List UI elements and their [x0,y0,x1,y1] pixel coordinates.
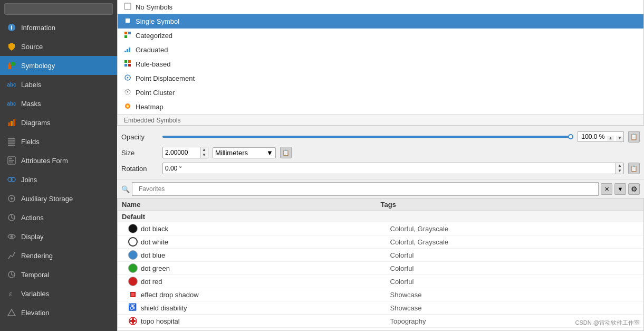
rotation-copy-button[interactable]: 📋 [628,163,640,174]
opacity-decrement[interactable]: ▼ [616,136,623,141]
rendering-icon [6,250,17,261]
symbol-row[interactable]: dot blueColorful [118,249,643,262]
sidebar-item-information[interactable]: i Information [0,18,117,37]
symbol-type-dropdown: No Symbols Single Symbol Categorized Gra… [117,0,644,126]
dropdown-item-categorized[interactable]: Categorized [118,29,643,43]
svg-rect-36 [124,64,127,67]
svg-rect-8 [8,138,15,139]
rotation-input-container: ▲ ▼ [162,163,624,174]
size-unit-select[interactable]: Millimeters ▼ [213,147,276,158]
dropdown-item-single-symbol[interactable]: Single Symbol [118,14,643,29]
symbol-row[interactable]: dot redColorful [118,275,643,288]
rotation-value-field[interactable] [163,164,616,173]
svg-point-44 [129,90,130,91]
dropdown-item-point-displacement[interactable]: Point Displacement [118,71,643,86]
dropdown-label-rule-based: Rule-based [136,60,171,68]
symbol-row[interactable]: dot whiteColorful, Grayscale [118,235,643,249]
symbol-row[interactable]: dot blackColorful, Grayscale [118,222,643,235]
sidebar-item-display[interactable]: Display [0,227,117,246]
symbol-tags: Colorful [390,278,640,286]
sidebar-item-symbology[interactable]: Symbology [0,56,117,75]
sidebar-item-fields[interactable]: Fields [0,132,117,151]
symbol-tags: Colorful [390,264,640,272]
search-icon: 🔍 [121,185,130,193]
opacity-value-field[interactable] [578,132,607,141]
size-copy-button[interactable]: 📋 [280,147,292,158]
sidebar: i Information Source Symbology abc Label… [0,0,117,331]
sidebar-item-source[interactable]: Source [0,37,117,56]
dropdown-label-no-symbols: No Symbols [136,3,172,11]
size-value-field[interactable] [163,148,200,157]
sidebar-item-variables[interactable]: ε Variables [0,284,117,303]
search-clear-button[interactable]: ✕ [601,183,612,195]
main-content: No Symbols Single Symbol Categorized Gra… [117,0,644,331]
symbol-row[interactable]: dot greenColorful [118,262,643,275]
heatmap-icon [124,102,131,111]
svg-rect-11 [8,145,15,146]
symbol-row[interactable]: topo pop capitalTopography [118,328,643,331]
symbol-row[interactable]: ♿shield disabilityShowcase [118,301,643,315]
information-icon: i [6,22,17,33]
svg-rect-49 [131,293,134,296]
opacity-copy-button[interactable]: 📋 [628,131,640,143]
svg-rect-7 [13,119,15,126]
search-filter-button[interactable]: ▼ [614,183,626,195]
symbol-options-button[interactable]: ⚙ [628,183,640,195]
masks-icon: abc [6,98,17,109]
svg-rect-37 [128,64,131,67]
no-symbols-icon [124,3,131,12]
rotation-increment[interactable]: ▲ [616,163,623,168]
symbol-search-bar: 🔍 ✕ ▼ ⚙ [117,179,644,198]
symbol-row[interactable]: topo hospitalTopography [118,315,643,328]
symbol-name: effect drop shadow [141,291,390,299]
dropdown-item-no-symbols[interactable]: No Symbols [118,0,643,14]
size-decrement[interactable]: ▼ [200,153,208,158]
opacity-increment[interactable]: ▲ [607,136,614,141]
dropdown-label-graduated: Graduated [136,46,168,54]
sidebar-item-auxiliary-storage[interactable]: Auxiliary Storage [0,189,117,208]
sidebar-item-attributes-form[interactable]: Attributes Form [0,151,117,170]
sidebar-label-temporal: Temporal [21,271,49,279]
single-symbol-icon [124,17,131,26]
sidebar-search-input[interactable] [4,3,113,15]
symbol-name: topo hospital [141,317,390,325]
col-name-header: Name [122,201,381,209]
symbol-tags: Showcase [390,291,640,299]
dropdown-item-graduated[interactable]: Graduated [118,43,643,57]
group-default: Default [118,211,643,222]
elevation-icon [6,307,17,318]
sidebar-item-labels[interactable]: abc Labels [0,75,117,94]
graduated-icon [124,45,131,54]
svg-rect-5 [8,122,10,126]
sidebar-item-joins[interactable]: Joins [0,170,117,189]
dropdown-item-rule-based[interactable]: Rule-based [118,57,643,71]
source-icon [6,41,17,52]
dropdown-item-point-cluster[interactable]: Point Cluster [118,86,643,100]
svg-point-40 [130,77,131,78]
sidebar-item-rendering[interactable]: Rendering [0,246,117,265]
sidebar-item-elevation[interactable]: Elevation [0,303,117,322]
opacity-slider[interactable] [162,136,573,138]
symbol-search-input[interactable] [136,184,595,194]
svg-point-39 [127,77,129,79]
dropdown-label-categorized: Categorized [136,32,172,40]
svg-point-21 [11,235,13,238]
sidebar-item-temporal[interactable]: Temporal [0,265,117,284]
symbol-row[interactable]: effect drop shadowShowcase [118,288,643,301]
sidebar-label-labels: Labels [21,81,41,89]
size-increment[interactable]: ▲ [200,147,208,153]
sidebar-item-diagrams[interactable]: Diagrams [0,113,117,132]
sidebar-item-actions[interactable]: Actions [0,208,117,227]
point-displacement-icon [124,74,131,83]
dropdown-item-heatmap[interactable]: Heatmap [118,100,643,114]
sidebar-search-container [0,0,117,18]
symbol-name: shield disability [141,304,390,312]
svg-rect-9 [8,140,15,141]
symbology-icon [6,60,17,71]
sidebar-item-masks[interactable]: abc Masks [0,94,117,113]
opacity-row: Opacity ▲ ▼ 📋 [117,129,644,145]
sidebar-label-attributes-form: Attributes Form [21,157,68,165]
sidebar-label-variables: Variables [21,290,49,298]
sidebar-label-symbology: Symbology [21,62,55,70]
rotation-decrement[interactable]: ▼ [616,168,623,174]
